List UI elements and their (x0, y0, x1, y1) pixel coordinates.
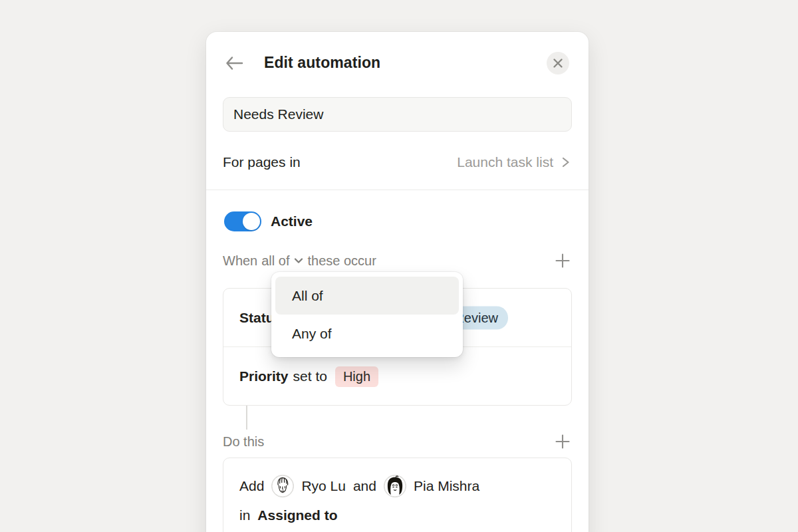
active-toggle[interactable] (224, 211, 261, 231)
when-label: When (223, 253, 257, 269)
action-line-1: Add (239, 471, 555, 501)
condition-type-selector[interactable]: all of (261, 253, 303, 269)
close-icon (553, 58, 563, 68)
close-button[interactable] (547, 52, 569, 74)
chevron-down-icon (293, 255, 304, 266)
action-section-header: Do this (223, 432, 572, 451)
menu-item-all-of[interactable]: All of (275, 277, 459, 315)
trigger-section-header: When all of these occur (223, 251, 572, 270)
section-divider (206, 190, 589, 190)
avatar-ryo-lu (271, 475, 294, 497)
for-pages-in-row[interactable]: For pages in Launch task list (223, 146, 572, 178)
preposition-label: in (239, 507, 250, 523)
add-trigger-button[interactable] (553, 251, 572, 270)
flow-connector-line (246, 406, 247, 430)
toggle-knob (243, 213, 260, 230)
database-name: Launch task list (457, 154, 553, 170)
menu-item-any-of[interactable]: Any of (275, 315, 459, 352)
priority-property-label: Priority (239, 368, 289, 384)
back-arrow-icon (224, 55, 244, 72)
conjunction-label: and (353, 478, 376, 494)
plus-icon (554, 252, 571, 269)
action-card[interactable]: Add (223, 458, 572, 532)
chevron-right-icon (559, 156, 572, 169)
person-name-1: Ryo Lu (301, 478, 346, 494)
active-toggle-row: Active (224, 211, 313, 231)
active-label: Active (271, 213, 313, 229)
for-pages-in-label: For pages in (223, 154, 301, 170)
plus-icon (554, 433, 571, 450)
condition-type-value: all of (261, 253, 289, 269)
back-button[interactable] (222, 51, 246, 75)
edit-automation-dialog: Edit automation For pages in Launch task… (206, 32, 589, 532)
person-name-2: Pia Mishra (414, 478, 479, 494)
action-line-2: in Assigned to (239, 501, 555, 530)
these-occur-label: these occur (308, 253, 376, 269)
dialog-title: Edit automation (264, 53, 380, 72)
condition-type-menu: All of Any of (271, 272, 463, 357)
automation-name-input[interactable] (223, 97, 572, 132)
priority-value-pill: High (335, 366, 378, 387)
add-action-button[interactable] (553, 432, 572, 451)
avatar-pia-mishra (384, 475, 406, 497)
assigned-to-property: Assigned to (257, 507, 337, 523)
do-this-label: Do this (223, 434, 264, 450)
page-background: { "dialog": { "title": "Edit automation"… (0, 0, 798, 532)
action-verb: Add (239, 478, 264, 494)
priority-verb: set to (293, 368, 327, 384)
